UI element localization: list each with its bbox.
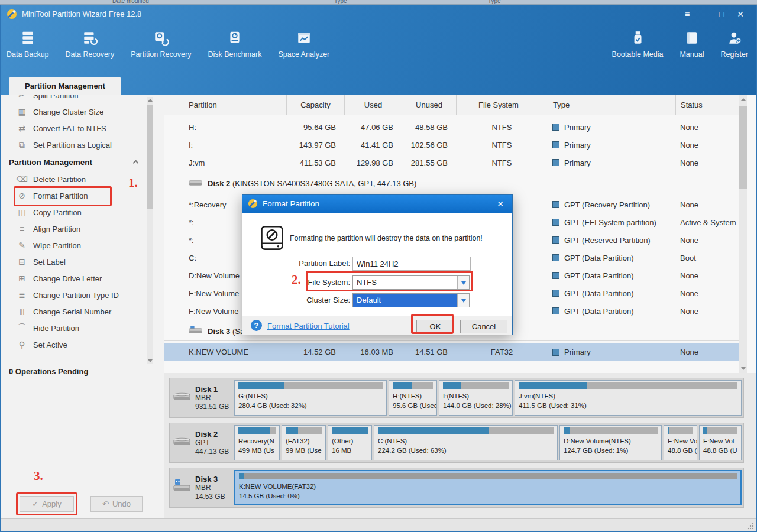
sidebar-item-change-cluster-size[interactable]: ▦ Change Cluster Size bbox=[1, 103, 147, 120]
disk-map-partition[interactable]: F:New Vol 48.8 GB (U bbox=[699, 425, 742, 460]
sidebar-item-hide-partition[interactable]: ⌒ Hide Partition bbox=[1, 320, 147, 336]
sidebar-item-convert-fat-to-ntfs[interactable]: ⇄ Convert FAT to NTFS bbox=[1, 120, 147, 137]
space-analyzer-button[interactable]: Space Analyzer bbox=[278, 29, 329, 59]
chart-window-icon bbox=[296, 29, 312, 47]
file-system-select[interactable]: NTFS bbox=[352, 275, 470, 290]
close-button[interactable]: ✕ bbox=[733, 8, 748, 21]
table-scrollbar[interactable] bbox=[739, 95, 747, 373]
help-icon[interactable]: ? bbox=[251, 320, 262, 331]
titlebar[interactable]: MiniTool Partition Wizard Free 12.8 ≡ – … bbox=[1, 5, 756, 23]
split-icon: ✂ bbox=[16, 95, 28, 100]
bootable-media-button[interactable]: Bootable Media bbox=[612, 29, 664, 59]
disk-info[interactable]: Disk 2 GPT 447.13 GB bbox=[170, 423, 232, 462]
menu-icon[interactable]: ≡ bbox=[680, 8, 695, 21]
bg-column-header: Type bbox=[334, 0, 347, 4]
scroll-up-icon[interactable] bbox=[741, 98, 746, 101]
disk-map-partition[interactable]: (Other) 16 MB bbox=[328, 425, 372, 460]
maximize-button[interactable]: □ bbox=[714, 8, 729, 21]
book-icon bbox=[684, 29, 700, 47]
sidebar-item-wipe-partition[interactable]: ✎ Wipe Partition bbox=[1, 237, 147, 254]
scroll-down-icon[interactable] bbox=[741, 367, 746, 370]
manual-button[interactable]: Manual bbox=[680, 29, 704, 59]
usage-bar bbox=[239, 473, 737, 479]
hdd-icon bbox=[189, 178, 203, 189]
column-header[interactable]: Used bbox=[344, 95, 402, 115]
sidebar-item-change-partition-type-id[interactable]: ≣ Change Partition Type ID bbox=[1, 287, 147, 303]
disk-info[interactable]: Disk 3 MBR 14.53 GB bbox=[170, 468, 232, 507]
disk-map-partition[interactable]: E:New Vol 48.8 GB (U bbox=[664, 425, 697, 460]
sidebar-scrollbar[interactable] bbox=[147, 97, 153, 364]
sidebar-item-change-drive-letter[interactable]: ⊞ Change Drive Letter bbox=[1, 270, 147, 287]
sidebar-item-change-serial-number[interactable]: ||| Change Serial Number bbox=[1, 303, 147, 320]
disk-map-partition[interactable]: (FAT32) 99 MB (Use bbox=[282, 425, 326, 460]
disk-map-partition[interactable]: C:(NTFS) 224.2 GB (Used: 63%) bbox=[374, 425, 558, 460]
partition-row-selected[interactable]: K:NEW VOLUME 14.52 GB 16.03 MB 14.51 GB … bbox=[164, 343, 739, 361]
apply-button[interactable]: ✓ Apply bbox=[20, 496, 74, 512]
ok-button[interactable]: OK bbox=[416, 320, 454, 333]
sidebar-item-set-label[interactable]: ⊟ Set Label bbox=[1, 254, 147, 270]
gpt-type-icon bbox=[552, 307, 559, 314]
status-bar bbox=[1, 518, 756, 532]
disk-map-partition[interactable]: H:(NTFS) 95.6 GB (Used bbox=[389, 380, 437, 416]
disk-map-row[interactable]: Disk 1 MBR 931.51 GB G:(NTFS) 280.4 GB (… bbox=[169, 378, 744, 418]
disk-group-row[interactable]: Disk 2 (KINGSTON SA400S37480G SATA, GPT,… bbox=[164, 174, 739, 193]
sidebar-item-set-partition-as-logical[interactable]: ⧉ Set Partition as Logical bbox=[1, 137, 147, 153]
annotation-step-2: 2. bbox=[292, 273, 301, 287]
chevron-down-icon[interactable] bbox=[457, 294, 469, 307]
cluster-size-select[interactable]: Default bbox=[352, 293, 470, 307]
partition-row[interactable]: H: 95.64 GB 47.06 GB 48.58 GB NTFS Prima… bbox=[164, 118, 739, 136]
sidebar-item-format-partition[interactable]: ⊘ Format Partition bbox=[1, 187, 147, 204]
column-header[interactable]: Partition bbox=[164, 100, 286, 109]
partition-row[interactable]: J:vm 411.53 GB 129.98 GB 281.55 GB NTFS … bbox=[164, 154, 739, 171]
usage-bar bbox=[443, 382, 509, 389]
chevron-down-icon[interactable] bbox=[457, 276, 469, 289]
tab-partition-management[interactable]: Partition Management bbox=[9, 77, 121, 95]
sidebar-item-copy-partition[interactable]: ◫ Copy Partition bbox=[1, 204, 147, 220]
column-header[interactable]: File System bbox=[456, 95, 548, 115]
column-header[interactable]: Capacity bbox=[286, 95, 344, 115]
toolbar-left: Data Backup Data Recovery Partition Reco… bbox=[7, 29, 329, 59]
partition-recovery-button[interactable]: Partition Recovery bbox=[131, 29, 191, 59]
partition-row[interactable]: I: 143.97 GB 41.41 GB 102.56 GB NTFS Pri… bbox=[164, 136, 739, 154]
usage-bar bbox=[393, 382, 433, 389]
sidebar-item-align-partition[interactable]: ≡ Align Partition bbox=[1, 220, 147, 237]
data-recovery-button[interactable]: Data Recovery bbox=[66, 29, 115, 59]
cancel-button[interactable]: Cancel bbox=[460, 320, 507, 333]
column-header[interactable]: Status bbox=[675, 95, 739, 115]
sidebar-item-delete-partition[interactable]: ⌫ Delete Partition bbox=[1, 171, 147, 187]
disk-map-partition-selected[interactable]: K:NEW VOLUME(FAT32) 14.5 GB (Used: 0%) bbox=[234, 470, 742, 505]
usage-bar bbox=[378, 427, 554, 434]
disk-info[interactable]: Disk 1 MBR 931.51 GB bbox=[170, 378, 232, 417]
resize-grip[interactable] bbox=[747, 523, 754, 530]
sidebar-item-set-active[interactable]: ⚲ Set Active bbox=[1, 336, 147, 353]
column-header[interactable]: Type bbox=[548, 95, 675, 115]
table-header-row[interactable]: Partition Capacity Used Unused File Syst… bbox=[164, 95, 739, 115]
scroll-down-icon[interactable] bbox=[148, 359, 153, 362]
close-icon[interactable]: ✕ bbox=[493, 197, 507, 210]
undo-button[interactable]: ↶ Undo bbox=[90, 496, 143, 512]
disk-map-partition[interactable]: D:New Volume(NTFS) 124.7 GB (Used: 1%) bbox=[559, 425, 662, 460]
tutorial-link[interactable]: Format Partition Tutorial bbox=[267, 322, 350, 330]
partition-label-input[interactable] bbox=[352, 257, 471, 271]
disk-map-partition[interactable]: I:(NTFS) 144.0 GB (Used: 28%) bbox=[439, 380, 513, 416]
data-backup-button[interactable]: Data Backup bbox=[7, 29, 49, 59]
operations-pending-label: 0 Operations Pending bbox=[9, 367, 88, 376]
disk-map-partition[interactable]: J:vm(NTFS) 411.5 GB (Used: 31%) bbox=[515, 380, 742, 416]
disk-map-row[interactable]: Disk 2 GPT 447.13 GB Recovery(N 499 MB (… bbox=[169, 423, 744, 463]
register-button[interactable]: Register bbox=[720, 29, 748, 59]
table-scrollbar-thumb[interactable] bbox=[739, 106, 747, 189]
label-tag-icon: ⊟ bbox=[16, 257, 28, 267]
minimize-button[interactable]: – bbox=[696, 8, 711, 21]
sidebar-scrollbar-thumb[interactable] bbox=[147, 105, 153, 209]
cluster-size-label: Cluster Size: bbox=[242, 293, 350, 307]
disk-benchmark-button[interactable]: Disk Benchmark bbox=[208, 29, 261, 59]
disk-map-partition[interactable]: G:(NTFS) 280.4 GB (Used: 32%) bbox=[234, 380, 387, 416]
sidebar-item-split-partition[interactable]: ✂ Split Partition bbox=[1, 95, 147, 103]
sidebar-section-partition-management[interactable]: Partition Management bbox=[1, 153, 147, 171]
scroll-up-icon[interactable] bbox=[148, 99, 153, 102]
disk-map-row[interactable]: Disk 3 MBR 14.53 GB K:NEW VOLUME(FAT32) … bbox=[169, 468, 744, 508]
column-header[interactable]: Unused bbox=[402, 95, 456, 115]
dialog-titlebar[interactable]: Format Partition ✕ bbox=[242, 195, 512, 213]
annotation-step-1: 1. bbox=[128, 176, 138, 190]
disk-map-partition[interactable]: Recovery(N 499 MB (Us bbox=[234, 425, 280, 460]
